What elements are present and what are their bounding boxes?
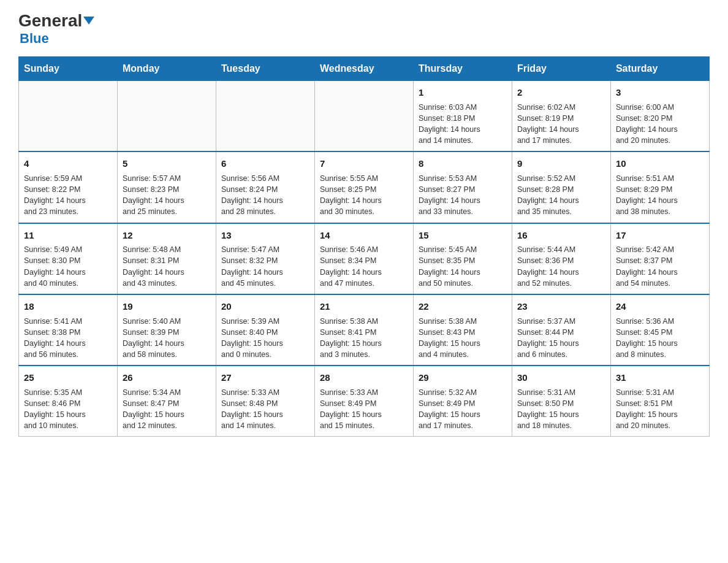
- sun-info: Sunrise: 5:45 AMSunset: 8:35 PMDaylight:…: [419, 244, 507, 289]
- day-number: 9: [517, 157, 605, 170]
- calendar-day-cell: 1Sunrise: 6:03 AMSunset: 8:18 PMDaylight…: [413, 81, 512, 152]
- day-number: 17: [616, 229, 704, 242]
- sun-info: Sunrise: 5:37 AMSunset: 8:44 PMDaylight:…: [517, 316, 605, 361]
- sun-info: Sunrise: 5:32 AMSunset: 8:49 PMDaylight:…: [419, 387, 507, 432]
- sun-info: Sunrise: 6:00 AMSunset: 8:20 PMDaylight:…: [616, 102, 704, 147]
- weekday-header-thursday: Thursday: [413, 57, 512, 81]
- weekday-header-saturday: Saturday: [610, 57, 709, 81]
- calendar-day-cell: 21Sunrise: 5:38 AMSunset: 8:41 PMDayligh…: [314, 294, 413, 366]
- sun-info: Sunrise: 5:34 AMSunset: 8:47 PMDaylight:…: [123, 387, 211, 432]
- calendar-day-cell: 10Sunrise: 5:51 AMSunset: 8:29 PMDayligh…: [610, 151, 709, 223]
- sun-info: Sunrise: 5:36 AMSunset: 8:45 PMDaylight:…: [616, 316, 704, 361]
- sun-info: Sunrise: 5:49 AMSunset: 8:30 PMDaylight:…: [24, 244, 112, 289]
- day-number: 23: [517, 300, 605, 313]
- day-number: 10: [616, 157, 704, 170]
- calendar-day-cell: 7Sunrise: 5:55 AMSunset: 8:25 PMDaylight…: [314, 151, 413, 223]
- sun-info: Sunrise: 5:39 AMSunset: 8:40 PMDaylight:…: [221, 316, 309, 361]
- calendar-week-row: 25Sunrise: 5:35 AMSunset: 8:46 PMDayligh…: [19, 366, 710, 437]
- day-number: 30: [517, 371, 605, 385]
- calendar-day-cell: 18Sunrise: 5:41 AMSunset: 8:38 PMDayligh…: [19, 294, 118, 366]
- weekday-header-monday: Monday: [117, 57, 216, 81]
- day-number: 25: [24, 371, 112, 385]
- calendar-day-cell: 14Sunrise: 5:46 AMSunset: 8:34 PMDayligh…: [314, 223, 413, 294]
- sun-info: Sunrise: 5:33 AMSunset: 8:49 PMDaylight:…: [320, 387, 408, 432]
- calendar-day-cell: 20Sunrise: 5:39 AMSunset: 8:40 PMDayligh…: [216, 294, 314, 366]
- calendar-day-cell: 16Sunrise: 5:44 AMSunset: 8:36 PMDayligh…: [512, 223, 610, 294]
- calendar-header-row: SundayMondayTuesdayWednesdayThursdayFrid…: [19, 57, 710, 81]
- sun-info: Sunrise: 5:56 AMSunset: 8:24 PMDaylight:…: [221, 173, 309, 218]
- calendar-day-cell: 11Sunrise: 5:49 AMSunset: 8:30 PMDayligh…: [19, 223, 118, 294]
- day-number: 21: [320, 300, 408, 313]
- calendar-day-cell: [117, 81, 216, 152]
- sun-info: Sunrise: 5:47 AMSunset: 8:32 PMDaylight:…: [221, 244, 309, 289]
- calendar-day-cell: 4Sunrise: 5:59 AMSunset: 8:22 PMDaylight…: [19, 151, 118, 223]
- day-number: 4: [24, 157, 112, 170]
- calendar-week-row: 11Sunrise: 5:49 AMSunset: 8:30 PMDayligh…: [19, 223, 710, 294]
- calendar-day-cell: 23Sunrise: 5:37 AMSunset: 8:44 PMDayligh…: [512, 294, 610, 366]
- day-number: 29: [419, 371, 507, 385]
- calendar-day-cell: 27Sunrise: 5:33 AMSunset: 8:48 PMDayligh…: [216, 366, 314, 437]
- calendar-day-cell: 9Sunrise: 5:52 AMSunset: 8:28 PMDaylight…: [512, 151, 610, 223]
- sun-info: Sunrise: 5:57 AMSunset: 8:23 PMDaylight:…: [123, 173, 211, 218]
- sun-info: Sunrise: 5:38 AMSunset: 8:43 PMDaylight:…: [419, 316, 507, 361]
- sun-info: Sunrise: 5:55 AMSunset: 8:25 PMDaylight:…: [320, 173, 408, 218]
- day-number: 3: [616, 86, 704, 99]
- calendar-day-cell: 29Sunrise: 5:32 AMSunset: 8:49 PMDayligh…: [413, 366, 512, 437]
- day-number: 14: [320, 229, 408, 242]
- weekday-header-tuesday: Tuesday: [216, 57, 314, 81]
- sun-info: Sunrise: 5:44 AMSunset: 8:36 PMDaylight:…: [517, 244, 605, 289]
- sun-info: Sunrise: 5:51 AMSunset: 8:29 PMDaylight:…: [616, 173, 704, 218]
- day-number: 22: [419, 300, 507, 313]
- day-number: 5: [123, 157, 211, 170]
- day-number: 28: [320, 371, 408, 385]
- sun-info: Sunrise: 5:33 AMSunset: 8:48 PMDaylight:…: [221, 387, 309, 432]
- day-number: 24: [616, 300, 704, 313]
- sun-info: Sunrise: 5:59 AMSunset: 8:22 PMDaylight:…: [24, 173, 112, 218]
- day-number: 31: [616, 371, 704, 385]
- sun-info: Sunrise: 5:53 AMSunset: 8:27 PMDaylight:…: [419, 173, 507, 218]
- day-number: 19: [123, 300, 211, 313]
- day-number: 2: [517, 86, 605, 99]
- day-number: 18: [24, 300, 112, 313]
- sun-info: Sunrise: 5:40 AMSunset: 8:39 PMDaylight:…: [123, 316, 211, 361]
- page-header: General Blue: [18, 12, 710, 47]
- sun-info: Sunrise: 5:38 AMSunset: 8:41 PMDaylight:…: [320, 316, 408, 361]
- calendar-day-cell: 3Sunrise: 6:00 AMSunset: 8:20 PMDaylight…: [610, 81, 709, 152]
- day-number: 6: [221, 157, 309, 170]
- day-number: 13: [221, 229, 309, 242]
- calendar-day-cell: 8Sunrise: 5:53 AMSunset: 8:27 PMDaylight…: [413, 151, 512, 223]
- calendar-day-cell: 12Sunrise: 5:48 AMSunset: 8:31 PMDayligh…: [117, 223, 216, 294]
- calendar-day-cell: [19, 81, 118, 152]
- weekday-header-sunday: Sunday: [19, 57, 118, 81]
- calendar-week-row: 1Sunrise: 6:03 AMSunset: 8:18 PMDaylight…: [19, 81, 710, 152]
- sun-info: Sunrise: 5:52 AMSunset: 8:28 PMDaylight:…: [517, 173, 605, 218]
- calendar-day-cell: 25Sunrise: 5:35 AMSunset: 8:46 PMDayligh…: [19, 366, 118, 437]
- sun-info: Sunrise: 6:02 AMSunset: 8:19 PMDaylight:…: [517, 102, 605, 147]
- calendar-day-cell: 2Sunrise: 6:02 AMSunset: 8:19 PMDaylight…: [512, 81, 610, 152]
- sun-info: Sunrise: 5:31 AMSunset: 8:51 PMDaylight:…: [616, 387, 704, 432]
- sun-info: Sunrise: 5:41 AMSunset: 8:38 PMDaylight:…: [24, 316, 112, 361]
- calendar-day-cell: 6Sunrise: 5:56 AMSunset: 8:24 PMDaylight…: [216, 151, 314, 223]
- calendar-day-cell: 24Sunrise: 5:36 AMSunset: 8:45 PMDayligh…: [610, 294, 709, 366]
- calendar-day-cell: 30Sunrise: 5:31 AMSunset: 8:50 PMDayligh…: [512, 366, 610, 437]
- logo-blue-text: Blue: [18, 31, 49, 47]
- day-number: 12: [123, 229, 211, 242]
- calendar-day-cell: 19Sunrise: 5:40 AMSunset: 8:39 PMDayligh…: [117, 294, 216, 366]
- calendar-day-cell: 13Sunrise: 5:47 AMSunset: 8:32 PMDayligh…: [216, 223, 314, 294]
- day-number: 8: [419, 157, 507, 170]
- sun-info: Sunrise: 5:42 AMSunset: 8:37 PMDaylight:…: [616, 244, 704, 289]
- sun-info: Sunrise: 6:03 AMSunset: 8:18 PMDaylight:…: [419, 102, 507, 147]
- day-number: 26: [123, 371, 211, 385]
- sun-info: Sunrise: 5:48 AMSunset: 8:31 PMDaylight:…: [123, 244, 211, 289]
- calendar-day-cell: 5Sunrise: 5:57 AMSunset: 8:23 PMDaylight…: [117, 151, 216, 223]
- calendar-day-cell: [314, 81, 413, 152]
- day-number: 20: [221, 300, 309, 313]
- calendar-day-cell: 22Sunrise: 5:38 AMSunset: 8:43 PMDayligh…: [413, 294, 512, 366]
- calendar-day-cell: 15Sunrise: 5:45 AMSunset: 8:35 PMDayligh…: [413, 223, 512, 294]
- calendar-table: SundayMondayTuesdayWednesdayThursdayFrid…: [18, 56, 710, 437]
- logo: General Blue: [18, 12, 94, 47]
- calendar-day-cell: 17Sunrise: 5:42 AMSunset: 8:37 PMDayligh…: [610, 223, 709, 294]
- weekday-header-wednesday: Wednesday: [314, 57, 413, 81]
- calendar-day-cell: 31Sunrise: 5:31 AMSunset: 8:51 PMDayligh…: [610, 366, 709, 437]
- day-number: 27: [221, 371, 309, 385]
